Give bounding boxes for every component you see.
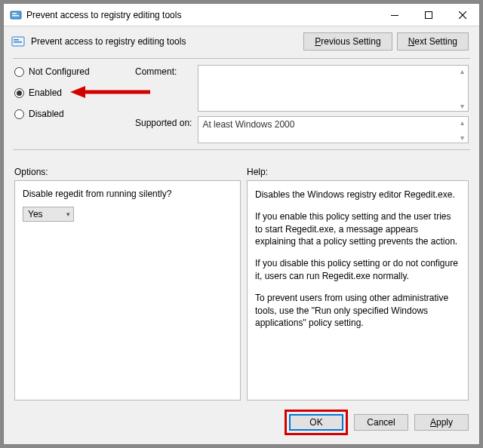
next-setting-button[interactable]: Next Setting (397, 32, 469, 51)
dialog-buttons: OK Cancel Apply (4, 400, 479, 444)
header-row: Prevent access to registry editing tools… (4, 26, 479, 54)
help-section-label: Help: (247, 167, 469, 177)
apply-button[interactable]: Apply (414, 414, 469, 431)
supported-on-value: At least Windows 2000 (202, 119, 294, 130)
radio-label: Disabled (29, 109, 64, 119)
comment-label: Comment: (135, 65, 192, 77)
svg-rect-4 (425, 11, 432, 18)
radio-group: Not Configured Enabled Disabled (14, 65, 135, 143)
policy-title: Prevent access to registry editing tools (31, 36, 186, 47)
option-combobox[interactable]: Yes ▾ (23, 207, 74, 222)
radio-label: Not Configured (29, 66, 90, 77)
window-title: Prevent access to registry editing tools (26, 10, 181, 20)
radio-not-configured[interactable]: Not Configured (14, 66, 135, 77)
options-section-label: Options: (14, 167, 247, 177)
maximize-button[interactable] (411, 4, 445, 26)
app-icon (10, 9, 22, 21)
radio-icon (14, 88, 24, 98)
scroll-down-icon[interactable]: ▾ (457, 133, 466, 142)
supported-on-field: At least Windows 2000 ▴ ▾ (198, 116, 469, 143)
divider (13, 149, 470, 150)
svg-rect-1 (12, 13, 17, 14)
svg-rect-7 (14, 41, 22, 43)
section-labels: Options: Help: (4, 156, 479, 180)
scroll-down-icon[interactable]: ▾ (457, 101, 466, 110)
option-prompt: Disable regedit from running silently? (23, 189, 232, 199)
help-paragraph: If you enable this policy setting and th… (255, 210, 460, 248)
panels: Disable regedit from running silently? Y… (4, 180, 479, 400)
help-panel: Disables the Windows registry editor Reg… (247, 180, 469, 400)
svg-rect-3 (391, 15, 398, 16)
close-button[interactable] (445, 4, 479, 26)
titlebar: Prevent access to registry editing tools (4, 4, 479, 26)
divider (13, 58, 470, 59)
radio-label: Enabled (29, 87, 62, 98)
option-value: Yes (28, 209, 43, 219)
radio-icon (14, 67, 24, 77)
annotation-highlight: OK (285, 410, 348, 435)
scroll-up-icon[interactable]: ▴ (457, 118, 466, 127)
svg-rect-6 (14, 39, 19, 41)
scroll-up-icon[interactable]: ▴ (457, 66, 466, 75)
top-section: Not Configured Enabled Disabled Comment:… (4, 65, 479, 143)
radio-enabled[interactable]: Enabled (14, 87, 135, 98)
policy-editor-window: Prevent access to registry editing tools… (3, 3, 480, 445)
policy-icon (11, 35, 25, 48)
help-paragraph: Disables the Windows registry editor Reg… (255, 189, 460, 201)
supported-on-label: Supported on: (135, 116, 192, 128)
svg-rect-2 (12, 15, 19, 17)
radio-icon (14, 109, 24, 119)
cancel-button[interactable]: Cancel (354, 414, 408, 431)
chevron-down-icon: ▾ (66, 210, 70, 218)
help-paragraph: If you disable this policy setting or do… (255, 257, 460, 283)
previous-setting-button[interactable]: Previous Setting (303, 32, 392, 51)
minimize-button[interactable] (377, 4, 411, 26)
radio-disabled[interactable]: Disabled (14, 109, 135, 119)
help-paragraph: To prevent users from using other admini… (255, 292, 460, 330)
ok-button[interactable]: OK (289, 414, 343, 431)
options-panel: Disable regedit from running silently? Y… (14, 180, 241, 400)
comment-field[interactable]: ▴ ▾ (198, 65, 469, 112)
